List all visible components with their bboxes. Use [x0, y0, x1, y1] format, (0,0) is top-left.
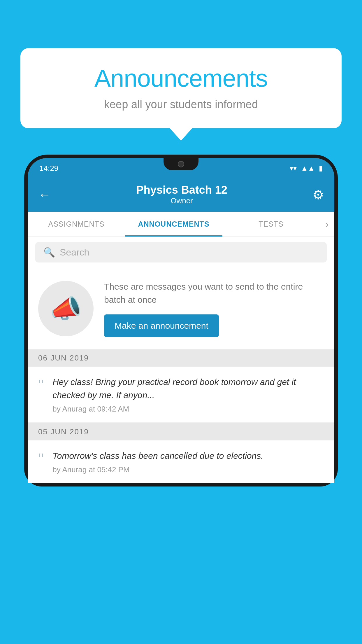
megaphone-circle: 📣 [38, 281, 94, 336]
header-title: Physics Batch 12 [136, 184, 227, 196]
quote-icon-2: " [38, 451, 44, 467]
camera [178, 161, 184, 167]
notch [164, 158, 198, 170]
search-container: 🔍 Search [28, 237, 334, 268]
announcement-text-1: Hey class! Bring your practical record b… [52, 375, 324, 402]
signal-icon: ▲▲ [301, 164, 315, 172]
quote-icon-1: " [38, 377, 44, 393]
date-separator-1: 06 JUN 2019 [28, 349, 334, 367]
search-icon: 🔍 [43, 247, 55, 258]
make-announcement-button[interactable]: Make an announcement [104, 314, 219, 337]
app-header: ← Physics Batch 12 Owner ⚙ [28, 178, 334, 212]
announcement-item-2[interactable]: " Tomorrow's class has been cancelled du… [28, 440, 334, 483]
phone-frame: 14:29 ▾▾ ▲▲ ▮ ← Physics Batch 12 Owner ⚙… [24, 155, 338, 487]
promo-right: These are messages you want to send to t… [104, 280, 324, 337]
speech-bubble-container: Announcements keep all your students inf… [20, 48, 342, 128]
promo-description: These are messages you want to send to t… [104, 280, 324, 306]
search-box[interactable]: 🔍 Search [35, 242, 327, 262]
wifi-icon: ▾▾ [290, 164, 297, 172]
status-time: 14:29 [39, 164, 58, 173]
announcement-item-1[interactable]: " Hey class! Bring your practical record… [28, 367, 334, 423]
back-button[interactable]: ← [38, 188, 51, 201]
header-title-group: Physics Batch 12 Owner [136, 184, 227, 205]
announcement-content-1: Hey class! Bring your practical record b… [52, 375, 324, 414]
gear-icon[interactable]: ⚙ [312, 187, 324, 202]
content-area: 🔍 Search 📣 These are messages you want t… [28, 237, 334, 483]
announcement-author-2: by Anurag at 05:42 PM [52, 465, 324, 474]
status-bar: 14:29 ▾▾ ▲▲ ▮ [28, 158, 334, 178]
tabs-bar: ASSIGNMENTS ANNOUNCEMENTS TESTS › [28, 212, 334, 237]
bubble-title: Announcements [38, 64, 324, 92]
tab-tests[interactable]: TESTS [222, 212, 320, 237]
announcement-author-1: by Anurag at 09:42 AM [52, 405, 324, 414]
tab-announcements[interactable]: ANNOUNCEMENTS [125, 212, 222, 237]
search-placeholder: Search [60, 247, 89, 258]
phone-wrapper: 14:29 ▾▾ ▲▲ ▮ ← Physics Batch 12 Owner ⚙… [24, 155, 338, 644]
bubble-subtitle: keep all your students informed [38, 98, 324, 111]
date-separator-2: 05 JUN 2019 [28, 423, 334, 440]
tab-assignments[interactable]: ASSIGNMENTS [28, 212, 125, 237]
status-icons: ▾▾ ▲▲ ▮ [290, 164, 323, 172]
announcement-promo: 📣 These are messages you want to send to… [28, 268, 334, 349]
battery-icon: ▮ [319, 164, 323, 172]
tab-more-icon[interactable]: › [320, 212, 334, 237]
header-subtitle: Owner [136, 196, 227, 205]
announcement-text-2: Tomorrow's class has been cancelled due … [52, 449, 324, 462]
megaphone-icon: 📣 [50, 293, 82, 324]
announcement-content-2: Tomorrow's class has been cancelled due … [52, 449, 324, 474]
speech-bubble: Announcements keep all your students inf… [20, 48, 342, 128]
